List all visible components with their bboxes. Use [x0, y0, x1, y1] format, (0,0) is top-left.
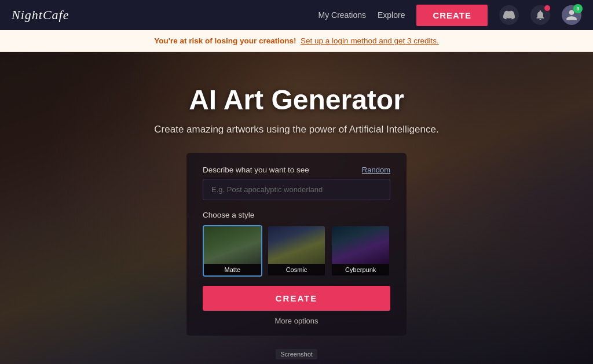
form-label-row: Describe what you want to see Random [203, 166, 390, 174]
more-options-link[interactable]: More options [203, 317, 390, 325]
style-grid: Matte Cosmic Cyberpunk [203, 225, 390, 277]
notification-bell-button[interactable] [530, 5, 550, 25]
discord-icon [503, 9, 515, 21]
style-matte-label: Matte [204, 264, 261, 275]
notification-badge [544, 5, 551, 12]
warning-strong: You're at risk of losing your creations! [154, 36, 296, 45]
hero-title: AI Art Generator [189, 84, 404, 116]
navbar-right: My Creations Explore CREATE 3 [319, 5, 582, 26]
warning-banner: You're at risk of losing your creations!… [0, 30, 593, 52]
style-cosmic-label: Cosmic [268, 264, 325, 275]
style-cyberpunk-label: Cyberpunk [332, 264, 389, 275]
create-nav-button[interactable]: CREATE [416, 5, 488, 26]
art-form: Describe what you want to see Random Cho… [186, 153, 407, 336]
logo: NightCafe [12, 8, 69, 23]
create-main-button[interactable]: CREATE [203, 286, 390, 311]
choose-style-label: Choose a style [203, 211, 390, 219]
my-creations-link[interactable]: My Creations [319, 10, 366, 20]
style-cosmic[interactable]: Cosmic [267, 225, 327, 277]
style-cyberpunk[interactable]: Cyberpunk [331, 225, 390, 277]
bell-icon [535, 9, 546, 21]
hero-subtitle: Create amazing artworks using the power … [154, 124, 438, 135]
style-cyberpunk-thumb [332, 226, 389, 264]
discord-icon-button[interactable] [499, 5, 519, 25]
warning-link[interactable]: Set up a login method and get 3 credits. [301, 36, 439, 45]
screenshot-badge: Screenshot [276, 349, 317, 359]
user-avatar[interactable]: 3 [562, 5, 581, 25]
style-matte-thumb [204, 226, 261, 264]
profile-badge: 3 [573, 4, 583, 13]
warning-text: You're at risk of losing your creations!… [154, 36, 438, 45]
describe-label: Describe what you want to see [203, 166, 309, 174]
style-cosmic-thumb [268, 226, 325, 264]
explore-link[interactable]: Explore [378, 10, 405, 20]
hero-content: AI Art Generator Create amazing artworks… [0, 52, 593, 336]
hero-section: AI Art Generator Create amazing artworks… [0, 52, 593, 364]
navbar: NightCafe My Creations Explore CREATE 3 [0, 0, 593, 30]
prompt-input[interactable] [203, 179, 390, 200]
random-link[interactable]: Random [362, 166, 390, 174]
style-matte[interactable]: Matte [203, 225, 262, 277]
